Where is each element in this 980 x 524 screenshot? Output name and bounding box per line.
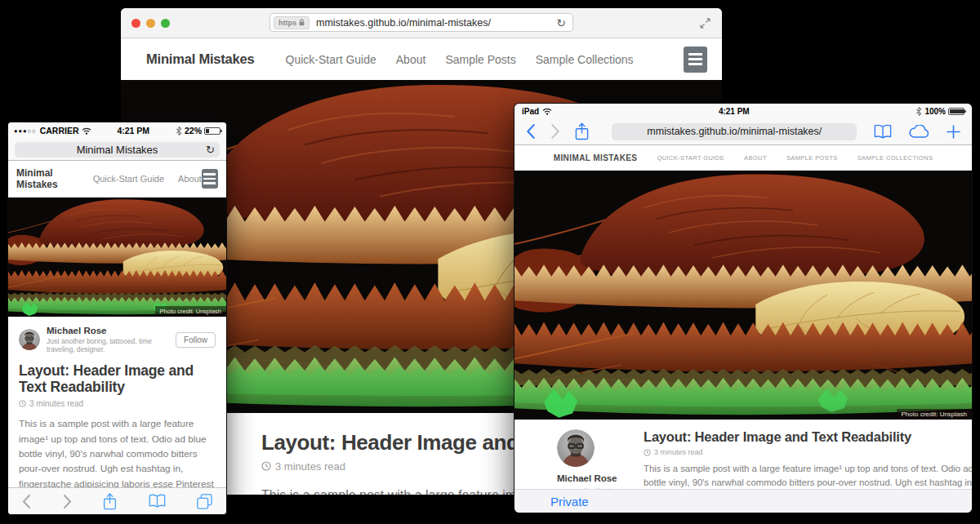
wifi-icon bbox=[82, 127, 91, 135]
site-title-link[interactable]: Minimal Mistakes bbox=[16, 167, 79, 190]
tabs-icon[interactable] bbox=[197, 494, 212, 509]
author-name: Michael Rose bbox=[47, 326, 176, 335]
nav-about[interactable]: About bbox=[178, 174, 202, 184]
post-meta: 3 minutes read bbox=[8, 399, 226, 408]
window-controls[interactable] bbox=[131, 19, 170, 28]
feature-header-image: Photo credit: Unsplash bbox=[514, 171, 972, 420]
iphone-url-text[interactable]: Minimal Mistakes bbox=[77, 144, 158, 156]
forward-icon[interactable] bbox=[550, 123, 560, 140]
cell-signal-icon: ●●●○○ bbox=[14, 127, 37, 135]
zoom-window-button[interactable] bbox=[161, 19, 170, 28]
iphone-address-field[interactable]: Minimal Mistakes ↻ bbox=[15, 142, 220, 158]
nav-about[interactable]: About bbox=[396, 53, 426, 66]
read-time: 3 minutes read bbox=[29, 399, 83, 408]
wifi-icon bbox=[542, 108, 552, 115]
new-tab-icon[interactable] bbox=[947, 125, 960, 139]
back-icon[interactable] bbox=[526, 123, 536, 140]
battery-percent: 100% bbox=[924, 107, 946, 116]
read-time: 3 minutes read bbox=[654, 448, 703, 456]
hamburger-menu-button[interactable] bbox=[202, 169, 218, 189]
iphone-status-bar: ●●●○○ CARRIER 4:21 PM 22% bbox=[8, 122, 226, 139]
carrier-label: CARRIER bbox=[40, 126, 79, 135]
bookmarks-icon[interactable] bbox=[874, 124, 892, 140]
bluetooth-icon bbox=[176, 127, 182, 135]
https-badge: https bbox=[274, 16, 310, 29]
author-info: Michael Rose Just another boring, tattoo… bbox=[47, 326, 176, 353]
share-icon[interactable] bbox=[575, 122, 589, 140]
nav-sample-collections[interactable]: Sample Collections bbox=[858, 154, 933, 162]
photo-credit-badge: Photo credit: Unsplash bbox=[155, 306, 226, 317]
author-name: Michael Rose bbox=[557, 473, 617, 483]
iphone-safari-window: ●●●○○ CARRIER 4:21 PM 22% Minimal Mistak… bbox=[8, 122, 226, 514]
status-time: 4:21 PM bbox=[552, 107, 915, 116]
nav-sample-posts[interactable]: Sample Posts bbox=[786, 154, 838, 162]
forward-icon[interactable] bbox=[63, 494, 72, 509]
ipad-address-field[interactable]: mmistakes.github.io/minimal-mistakes/ bbox=[612, 123, 857, 140]
clock-icon bbox=[19, 400, 26, 407]
bluetooth-icon bbox=[915, 107, 922, 116]
ipad-browser-toolbar: mmistakes.github.io/minimal-mistakes/ bbox=[514, 118, 972, 145]
ipad-safari-window: iPad 4:21 PM 100% mmistakes.github.io/mi… bbox=[514, 104, 972, 513]
share-icon[interactable] bbox=[103, 493, 117, 510]
nav-quick-start-guide[interactable]: Quick-Start Guide bbox=[657, 154, 724, 162]
autumn-leaves-photo bbox=[514, 171, 972, 420]
nav-quick-start-guide[interactable]: Quick-Start Guide bbox=[286, 53, 376, 66]
safari-bottom-toolbar bbox=[8, 487, 226, 514]
hamburger-menu-button[interactable] bbox=[684, 47, 707, 73]
address-bar[interactable]: https mmistakes.github.io/minimal-mistak… bbox=[270, 13, 573, 32]
clock-icon bbox=[261, 461, 271, 471]
device-label: iPad bbox=[522, 107, 539, 116]
status-time: 4:21 PM bbox=[91, 126, 176, 135]
url-text[interactable]: mmistakes.github.io/minimal-mistakes/ bbox=[316, 17, 556, 29]
author-sidebar: Michael Rose Just another boring, tattoo… bbox=[536, 429, 632, 491]
close-window-button[interactable] bbox=[131, 19, 140, 28]
bookmarks-icon[interactable] bbox=[149, 494, 166, 508]
https-label: https bbox=[278, 19, 296, 27]
ipad-status-bar: iPad 4:21 PM 100% bbox=[514, 104, 972, 118]
nav-quick-start-guide[interactable]: Quick-Start Guide bbox=[93, 174, 164, 184]
url-text[interactable]: mmistakes.github.io/minimal-mistakes/ bbox=[647, 126, 822, 137]
lock-icon bbox=[299, 19, 305, 26]
avatar-photo bbox=[557, 429, 595, 467]
post-title: Layout: Header Image and Text Readabilit… bbox=[644, 429, 972, 445]
nav-about[interactable]: About bbox=[744, 154, 767, 162]
post-meta: 3 minutes read bbox=[644, 448, 972, 456]
leaves-artwork bbox=[8, 198, 226, 317]
author-block: Michael Rose Just another boring, tattoo… bbox=[8, 317, 226, 357]
composite-canvas: { "site": { "brand": "Minimal Mistakes",… bbox=[0, 0, 980, 524]
author-avatar bbox=[557, 429, 595, 467]
back-icon[interactable] bbox=[22, 494, 31, 509]
minimize-window-button[interactable] bbox=[146, 19, 155, 28]
site-title-link[interactable]: Minimal Mistakes bbox=[554, 153, 638, 162]
site-masthead: Minimal Mistakes Quick-Start Guide About… bbox=[121, 38, 722, 80]
battery-percent: 22% bbox=[185, 126, 202, 135]
site-masthead-mobile: Minimal Mistakes Quick-Start Guide About bbox=[8, 161, 226, 198]
iphone-url-bar: Minimal Mistakes ↻ bbox=[8, 139, 226, 161]
battery-icon bbox=[204, 127, 220, 135]
icloud-tabs-icon[interactable] bbox=[908, 125, 930, 139]
photo-credit-badge: Photo credit: Unsplash bbox=[897, 409, 973, 420]
author-avatar bbox=[19, 329, 40, 350]
author-bio: Just another boring, tattooed, time trav… bbox=[47, 337, 176, 353]
nav-sample-posts[interactable]: Sample Posts bbox=[445, 53, 515, 66]
reload-icon[interactable]: ↻ bbox=[556, 17, 566, 29]
toolbar-right-icons bbox=[874, 124, 960, 140]
follow-button[interactable]: Follow bbox=[176, 332, 216, 348]
clock-icon bbox=[644, 449, 651, 456]
site-title-link[interactable]: Minimal Mistakes bbox=[146, 51, 255, 67]
site-masthead-tablet: Minimal Mistakes Quick-Start Guide About… bbox=[514, 145, 972, 171]
leaves-artwork bbox=[514, 171, 972, 420]
nav-sample-collections[interactable]: Sample Collections bbox=[536, 53, 634, 66]
post-content: Michael Rose Just another boring, tattoo… bbox=[514, 420, 972, 491]
post-paragraph: This is a sample post with a large featu… bbox=[644, 462, 972, 491]
post-main: Layout: Header Image and Text Readabilit… bbox=[632, 429, 972, 491]
battery-icon bbox=[948, 108, 964, 115]
autumn-leaves-photo bbox=[8, 198, 226, 317]
private-button[interactable]: Private bbox=[550, 495, 589, 508]
post-title: Layout: Header Image and Text Readabilit… bbox=[8, 362, 226, 395]
avatar-photo bbox=[19, 329, 40, 350]
site-nav: Quick-Start Guide About Sample Posts Sam… bbox=[286, 53, 634, 66]
reload-icon[interactable]: ↻ bbox=[206, 144, 215, 155]
fullscreen-icon[interactable] bbox=[700, 18, 710, 29]
feature-header-image: Photo credit: Unsplash bbox=[8, 198, 226, 317]
